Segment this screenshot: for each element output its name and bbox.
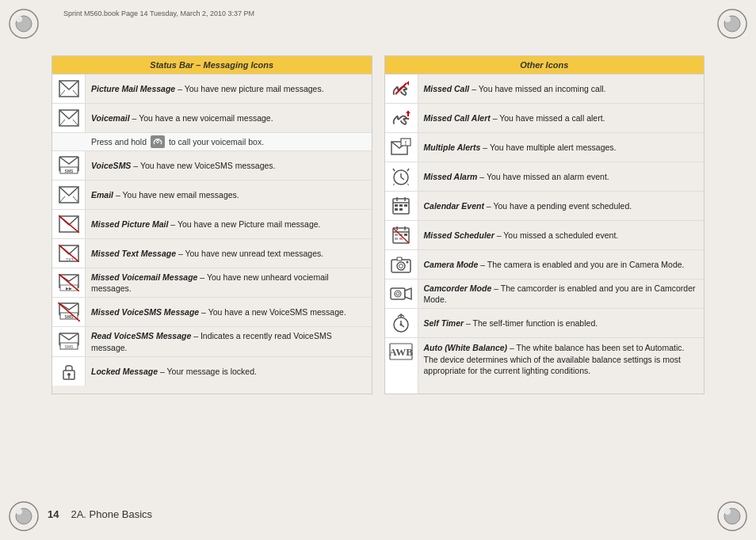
- table-row: Camcorder Mode – The camcorder is enable…: [385, 280, 704, 309]
- missed-picture-mail-icon: [52, 210, 86, 238]
- table-row: SMS VoiceSMS – You have new VoiceSMS mes…: [52, 151, 372, 181]
- svg-marker-45: [407, 81, 409, 86]
- other-table-header: Other Icons: [385, 56, 704, 74]
- table-row: @ Email – You have new email messages.: [52, 181, 372, 210]
- multiple-alerts-text: Multiple Alerts – You have multiple aler…: [418, 133, 704, 162]
- svg-text:SMS: SMS: [64, 344, 74, 349]
- table-row: SMS Read VoiceSMS Message – Indicates a …: [52, 327, 372, 356]
- svg-text:▶▶: ▶▶: [66, 286, 72, 291]
- self-timer-icon: [385, 309, 418, 337]
- svg-rect-81: [397, 257, 402, 260]
- camera-mode-text: Camera Mode – The camera is enabled and …: [418, 250, 704, 279]
- voicesms-icon: SMS: [52, 151, 86, 180]
- table-row: Missed Call Alert – You have missed a ca…: [385, 104, 704, 133]
- other-icons-table: Other Icons Missed Call – You have misse…: [384, 55, 705, 394]
- voicemail-text: Voicemail – You have a new voicemail mes…: [86, 104, 372, 132]
- missed-voicemail-text: Missed Voicemail Message – You have new …: [86, 268, 372, 297]
- table-row: TXT Missed Text Message – You have new u…: [52, 239, 372, 268]
- calendar-event-text: Calendar Event – You have a pending even…: [418, 192, 704, 220]
- camcorder-mode-icon: [385, 280, 418, 308]
- missed-call-alert-text: Missed Call Alert – You have missed a ca…: [418, 104, 704, 132]
- missed-call-icon: [385, 74, 418, 103]
- svg-rect-66: [395, 208, 398, 211]
- svg-rect-74: [404, 234, 407, 236]
- table-row: Locked Message – Your message is locked.: [52, 357, 372, 386]
- bottom-bar: 14 2A. Phone Basics: [48, 508, 708, 520]
- voicesms-text: VoiceSMS – You have new VoiceSMS message…: [86, 151, 372, 180]
- svg-point-80: [399, 264, 403, 268]
- svg-rect-72: [395, 234, 398, 236]
- missed-scheduler-icon: [385, 221, 418, 249]
- top-label: Sprint M560.book Page 14 Tuesday, March …: [63, 10, 254, 17]
- table-row: ▶▶ Missed Voicemail Message – You have n…: [52, 268, 372, 298]
- locked-message-icon: [52, 357, 86, 386]
- svg-point-85: [396, 292, 399, 295]
- voicemail-icon: [52, 104, 86, 132]
- svg-point-11: [724, 508, 731, 515]
- missed-alarm-icon: [385, 162, 418, 191]
- svg-point-42: [67, 373, 71, 376]
- svg-text:TXT: TXT: [66, 257, 73, 262]
- page-section: 2A. Phone Basics: [71, 508, 152, 520]
- table-row: Missed Scheduler – You missed a schedule…: [385, 221, 704, 250]
- svg-rect-65: [404, 204, 407, 207]
- messaging-icons-table: Status Bar – Messaging Icons Picture Mai…: [52, 55, 372, 394]
- svg-line-57: [393, 184, 395, 185]
- content-area: Status Bar – Messaging Icons Picture Mai…: [52, 55, 704, 394]
- svg-point-91: [400, 324, 403, 326]
- camera-mode-icon: [385, 250, 418, 279]
- missed-picture-mail-text: Missed Picture Mail – You have a new Pic…: [86, 210, 372, 238]
- svg-line-56: [407, 169, 409, 171]
- locked-message-text: Locked Message – Your message is locked.: [86, 357, 372, 386]
- missed-call-alert-icon: [385, 104, 418, 132]
- corner-decoration-tl: [4, 4, 44, 44]
- svg-point-2: [16, 16, 22, 22]
- read-voicesms-text: Read VoiceSMS Message – Indicates a rece…: [86, 327, 372, 356]
- picture-mail-icon: [52, 74, 86, 103]
- email-text: Email – You have new email messages.: [86, 181, 372, 209]
- svg-marker-86: [405, 288, 411, 299]
- svg-point-82: [407, 261, 409, 264]
- svg-text:AWB: AWB: [389, 346, 413, 358]
- table-row: SMS Missed VoiceSMS Message – You have a…: [52, 298, 372, 327]
- svg-text:!: !: [405, 140, 407, 146]
- table-row: Calendar Event – You have a pending even…: [385, 192, 704, 221]
- self-timer-text: Self Timer – The self-timer function is …: [418, 309, 704, 337]
- page-number: 14: [48, 508, 59, 520]
- corner-decoration-tr: [712, 4, 752, 44]
- svg-rect-67: [399, 208, 403, 211]
- messaging-table-header: Status Bar – Messaging Icons: [52, 56, 372, 74]
- table-row: Camera Mode – The camera is enabled and …: [385, 250, 704, 280]
- missed-voicesms-icon: SMS: [52, 298, 86, 326]
- svg-point-8: [16, 508, 22, 515]
- svg-line-55: [393, 169, 395, 171]
- calendar-event-icon: [385, 192, 418, 220]
- read-voicesms-icon: SMS: [52, 327, 86, 356]
- svg-rect-63: [395, 204, 398, 207]
- svg-text:SMS: SMS: [64, 169, 74, 173]
- svg-rect-64: [399, 204, 403, 207]
- missed-call-text: Missed Call – You have missed an incomin…: [418, 74, 704, 103]
- email-icon: @: [52, 181, 86, 209]
- multiple-alerts-icon: !: [385, 133, 418, 162]
- corner-decoration-bl: [4, 496, 44, 536]
- svg-rect-76: [399, 238, 403, 240]
- table-row: Picture Mail Message – You have new pict…: [52, 74, 372, 104]
- auto-wb-icon: AWB: [385, 338, 418, 394]
- missed-scheduler-text: Missed Scheduler – You missed a schedule…: [418, 221, 704, 249]
- table-row: Self Timer – The self-timer function is …: [385, 309, 704, 338]
- table-row: Missed Picture Mail – You have a new Pic…: [52, 210, 372, 239]
- svg-line-58: [407, 184, 409, 185]
- table-row: Missed Alarm – You have missed an alarm …: [385, 162, 704, 192]
- press-hold-row: Press and hold to call your voicemail bo…: [52, 133, 372, 151]
- camcorder-mode-text: Camcorder Mode – The camcorder is enable…: [418, 280, 704, 308]
- missed-text-message-icon: TXT: [52, 239, 86, 268]
- missed-voicemail-icon: ▶▶: [52, 268, 86, 297]
- table-row: ! Multiple Alerts – You have multiple al…: [385, 133, 704, 162]
- table-row: AWB Auto (White Balance) – The white bal…: [385, 338, 704, 394]
- missed-alarm-text: Missed Alarm – You have missed an alarm …: [418, 162, 704, 191]
- missed-text-message-text: Missed Text Message – You have new unrea…: [86, 239, 372, 268]
- missed-voicesms-text: Missed VoiceSMS Message – You have a new…: [86, 298, 372, 326]
- press-hold-text: Press and hold to call your voicemail bo…: [52, 133, 269, 150]
- svg-point-5: [724, 16, 731, 22]
